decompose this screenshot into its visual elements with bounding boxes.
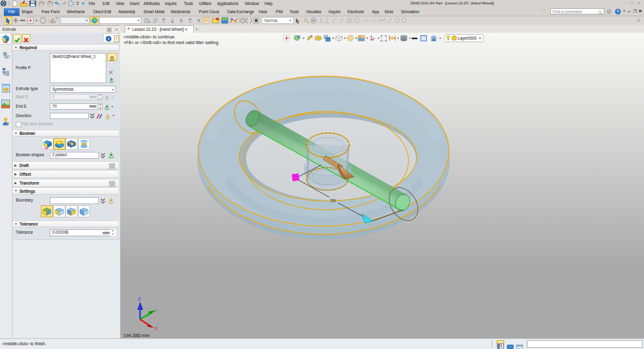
svg-text:Layer0000: Layer0000	[458, 36, 477, 41]
svg-text:Z: Z	[138, 296, 141, 302]
svg-text:70: 70	[330, 198, 336, 203]
svg-text:194.385 mm: 194.385 mm	[123, 333, 150, 338]
svg-text:Normal: Normal	[264, 18, 278, 23]
svg-text:X: X	[154, 326, 157, 331]
svg-text:Y: Y	[154, 308, 157, 314]
